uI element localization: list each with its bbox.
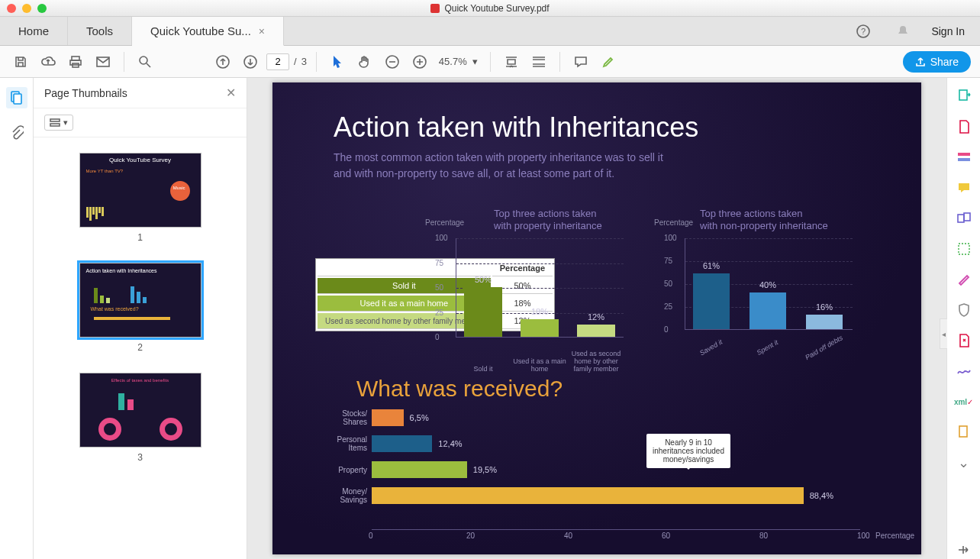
- thumbnail-options-icon[interactable]: ▾: [44, 115, 73, 131]
- compress-icon[interactable]: [955, 331, 973, 350]
- sign-in-link[interactable]: Sign In: [931, 25, 965, 37]
- save-icon[interactable]: [9, 50, 32, 73]
- zoom-in-icon[interactable]: [408, 50, 431, 73]
- svg-rect-13: [50, 119, 60, 121]
- property-chart: Percentage Top three actions taken with …: [433, 229, 624, 374]
- fit-width-icon[interactable]: [500, 50, 523, 73]
- share-button[interactable]: Share: [903, 51, 971, 73]
- redact-icon[interactable]: [955, 270, 973, 289]
- svg-rect-16: [958, 153, 970, 156]
- nonproperty-chart: Percentage Top three actions taken with …: [662, 229, 853, 367]
- zoom-level[interactable]: 45.7% ▾: [436, 56, 481, 67]
- pdf-file-icon: [430, 4, 440, 13]
- minimize-window-button[interactable]: [22, 4, 31, 13]
- section2-heading: What was received?: [356, 376, 563, 402]
- page-heading: Action taken with Inheritances: [334, 111, 698, 144]
- print-icon[interactable]: [64, 50, 87, 73]
- thumbnails-panel: Page Thumbnails ✕ ▾ Quick YouTube Survey…: [34, 78, 247, 559]
- thumbnail-page-3[interactable]: Effects of taxes and benefits 3: [79, 373, 201, 463]
- fill-sign-icon[interactable]: [955, 362, 973, 380]
- protect-icon[interactable]: [955, 301, 973, 319]
- pdf-page: Action taken with Inheritances The most …: [272, 82, 921, 554]
- cloud-upload-icon[interactable]: [37, 50, 60, 73]
- page-indicator: / 3: [266, 53, 307, 70]
- search-icon[interactable]: [134, 50, 156, 73]
- expand-rail-icon[interactable]: [955, 541, 973, 559]
- xml-icon[interactable]: xml✓: [955, 393, 973, 411]
- svg-rect-18: [958, 215, 964, 222]
- fit-page-icon[interactable]: [527, 50, 550, 73]
- maximize-window-button[interactable]: [37, 4, 47, 13]
- svg-rect-3: [70, 60, 81, 65]
- window-title: Quick Youtube Survey.pdf: [430, 3, 549, 14]
- left-rail: [0, 78, 34, 559]
- window-title-text: Quick Youtube Survey.pdf: [444, 3, 549, 14]
- svg-rect-21: [959, 426, 967, 437]
- comment-tool-icon[interactable]: [955, 179, 973, 197]
- svg-rect-19: [964, 213, 970, 221]
- svg-rect-14: [50, 124, 60, 126]
- close-window-button[interactable]: [7, 4, 16, 13]
- svg-rect-20: [959, 244, 969, 254]
- tab-document[interactable]: Quick Youtube Su... ×: [132, 17, 284, 46]
- tab-strip: Home Tools Quick Youtube Su... × ? Sign …: [0, 17, 980, 46]
- pointer-tool-icon[interactable]: [326, 50, 349, 73]
- collapse-right-rail-icon[interactable]: ◂: [940, 318, 947, 349]
- thumbnail-page-1[interactable]: Quick YouTube Survey More YT than TV? Mu…: [79, 153, 201, 243]
- page-number-input[interactable]: [266, 53, 289, 70]
- svg-rect-17: [958, 158, 970, 161]
- organize-pages-icon[interactable]: [955, 240, 973, 258]
- svg-rect-15: [959, 90, 967, 100]
- edit-pdf-icon[interactable]: [955, 148, 973, 166]
- main-toolbar: / 3 45.7% ▾ Share: [0, 46, 980, 78]
- page-total: 3: [301, 56, 307, 67]
- zoom-out-icon[interactable]: [381, 50, 404, 73]
- prev-page-icon[interactable]: [211, 50, 234, 73]
- pdf-viewer[interactable]: Action taken with Inheritances The most …: [247, 78, 946, 559]
- window-controls: [7, 4, 47, 13]
- svg-point-6: [140, 57, 147, 64]
- notifications-icon[interactable]: [891, 20, 914, 43]
- email-icon[interactable]: [92, 50, 114, 73]
- close-tab-icon[interactable]: ×: [259, 25, 265, 37]
- thumbnail-page-2[interactable]: Action taken with Inheritances What was …: [79, 263, 201, 353]
- thumbnails-panel-title: Page Thumbnails: [44, 87, 127, 99]
- thumbnails-rail-icon[interactable]: [6, 87, 27, 108]
- svg-rect-12: [14, 94, 21, 104]
- comment-icon[interactable]: [569, 50, 592, 73]
- hand-tool-icon[interactable]: [353, 50, 376, 73]
- combine-files-icon[interactable]: [955, 209, 973, 228]
- export-pdf-icon[interactable]: [955, 87, 973, 105]
- chart-callout: Nearly 9 in 10 inheritances included mon…: [646, 434, 730, 468]
- svg-text:?: ?: [861, 27, 866, 36]
- tab-tools[interactable]: Tools: [68, 17, 132, 45]
- close-panel-icon[interactable]: ✕: [226, 86, 236, 100]
- chevron-down-icon[interactable]: ⌄: [955, 454, 973, 472]
- received-chart: Stocks/ Shares6,5%Personal Items12,4%Pro…: [334, 409, 891, 547]
- window-titlebar: Quick Youtube Survey.pdf: [0, 0, 980, 17]
- next-page-icon[interactable]: [239, 50, 262, 73]
- right-rail: ◂ xml✓ ⌄: [946, 78, 980, 559]
- more-tools-icon[interactable]: [955, 423, 973, 441]
- help-icon[interactable]: ?: [852, 20, 875, 43]
- tab-home[interactable]: Home: [0, 17, 68, 45]
- page-subtitle: The most common action taken with proper…: [334, 150, 663, 182]
- create-pdf-icon[interactable]: [955, 118, 973, 136]
- attachments-rail-icon[interactable]: [6, 122, 27, 144]
- highlight-icon[interactable]: [597, 50, 620, 73]
